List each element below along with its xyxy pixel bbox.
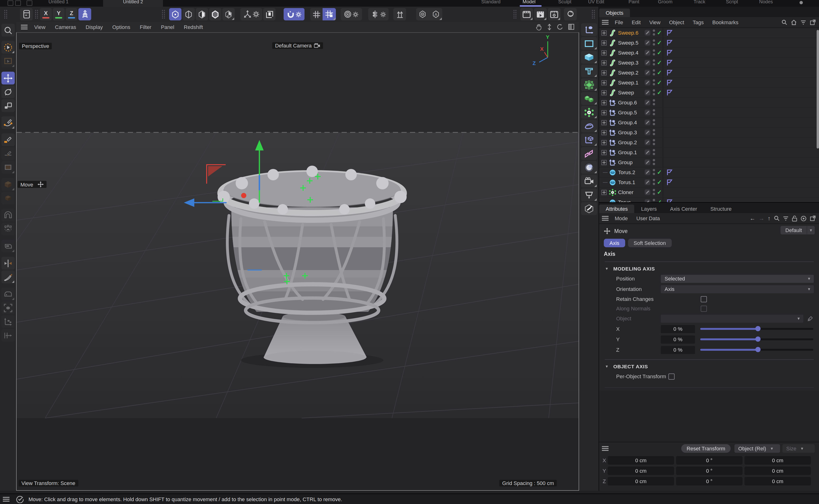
object-name[interactable]: Sweep.2 [618, 70, 639, 75]
visibility-dots[interactable] [653, 179, 655, 186]
attributes-menu-mode[interactable]: Mode [610, 215, 632, 221]
object-name[interactable]: Group.3 [618, 130, 637, 135]
objects-menu-tags[interactable]: Tags [688, 19, 708, 25]
render-settings-button[interactable] [548, 8, 560, 20]
viewport-menu-options[interactable]: Options [108, 24, 135, 30]
deformer-button[interactable] [581, 120, 597, 132]
render-to-picture-viewer-button[interactable] [534, 8, 547, 20]
object-row[interactable]: Sweep✓ [599, 88, 819, 98]
new-doc-icon[interactable] [8, 0, 13, 6]
edit-toggle-icon[interactable] [645, 30, 650, 36]
cube-primitive-alt-tool-button[interactable] [1, 192, 15, 205]
center-axis-tool-button[interactable] [1, 301, 15, 314]
size-mode-dropdown[interactable]: Size ▼ [782, 444, 815, 453]
edit-toggle-icon[interactable] [645, 40, 650, 46]
object-row[interactable]: Group.4 [599, 118, 819, 128]
undock-icon[interactable] [810, 215, 816, 221]
expand-icon[interactable] [601, 80, 606, 85]
group-object-icon[interactable] [609, 99, 616, 106]
spline-smooth-tool-button[interactable] [1, 147, 15, 160]
object-row[interactable]: Sweep.4✓ [599, 48, 819, 58]
objects-menu-view[interactable]: View [645, 19, 665, 25]
view-type-label[interactable]: Perspective [19, 43, 52, 49]
visibility-dots[interactable] [653, 99, 655, 106]
position-input[interactable]: 0 cm [607, 456, 674, 464]
visibility-dots[interactable] [653, 139, 655, 146]
viewport-menu-filter[interactable]: Filter [135, 24, 156, 30]
enable-snap-button[interactable] [284, 8, 305, 20]
workspace-tab-nodes[interactable]: Nodes [759, 0, 773, 4]
lock-open-icon[interactable] [792, 215, 797, 221]
cloner-object-icon[interactable] [609, 189, 616, 196]
arch-tool-button[interactable] [1, 209, 15, 222]
cloner-object-button[interactable] [581, 106, 597, 119]
retain-changes-checkbox[interactable] [701, 296, 707, 302]
grid-toggle-button[interactable] [310, 8, 323, 20]
objects-menu-file[interactable]: File [610, 19, 627, 25]
attributes-menu-user-data[interactable]: User Data [632, 215, 664, 221]
primitive-cube-button[interactable] [581, 51, 597, 64]
history-forward-icon[interactable]: → [759, 215, 764, 222]
render-view-button[interactable] [520, 8, 533, 20]
edit-toggle-icon[interactable] [645, 130, 650, 135]
object-name[interactable]: Sweep.1 [618, 80, 639, 85]
viewport-menu-hamburger-icon[interactable] [21, 25, 28, 29]
object-axis-section-header[interactable]: ▾ OBJECT AXIS [599, 362, 819, 371]
group-object-icon[interactable] [609, 159, 616, 166]
zoom-tool-button[interactable] [1, 24, 15, 37]
workspace-tab-script[interactable]: Script [726, 0, 738, 4]
object-name[interactable]: Group.6 [618, 100, 637, 105]
tag-icon[interactable] [666, 69, 673, 76]
visibility-dots[interactable] [653, 119, 655, 126]
visibility-dots[interactable] [653, 169, 655, 176]
deformed-editing-button[interactable]: A [429, 8, 442, 20]
sky-object-button[interactable] [581, 161, 597, 174]
iron-tool-button[interactable] [1, 288, 15, 300]
tag-icon[interactable] [666, 169, 673, 176]
live-selection-tool-button[interactable] [1, 41, 15, 54]
object-name[interactable]: Cloner [618, 189, 634, 195]
doc-tab-active[interactable]: Untitled 2 [103, 0, 163, 7]
position-input[interactable]: 0 cm [607, 466, 674, 475]
enabled-check-icon[interactable]: ✓ [657, 199, 662, 203]
rotate-view-icon[interactable] [557, 24, 563, 30]
tag-icon[interactable] [666, 179, 673, 186]
percent-input[interactable]: 0 % [661, 325, 695, 333]
percent-input[interactable]: 0 % [661, 335, 695, 343]
mograph-field-button[interactable] [581, 78, 597, 91]
workspace-tab-model[interactable]: Model [522, 0, 536, 4]
object-list-scrollbar[interactable] [817, 30, 819, 149]
tab-layers[interactable]: Layers [635, 205, 664, 213]
workspace-tab-groom[interactable]: Groom [658, 0, 673, 4]
percent-slider[interactable] [700, 328, 813, 330]
statusbar-hamburger-icon[interactable] [3, 497, 9, 502]
lock-x-axis-button[interactable]: X [40, 8, 52, 20]
objects-menu-bookmarks[interactable]: Bookmarks [708, 19, 743, 25]
sweep-object-icon[interactable] [609, 59, 616, 66]
symmetry-button[interactable] [368, 8, 389, 20]
user-avatar-dot[interactable] [800, 1, 803, 4]
expand-icon[interactable] [601, 110, 606, 115]
object-name[interactable]: Torus.2 [618, 169, 635, 175]
visibility-dots[interactable] [653, 39, 655, 46]
visibility-dots[interactable] [653, 89, 655, 96]
enabled-check-icon[interactable]: ✓ [657, 39, 662, 46]
object-row[interactable]: Sweep.1✓ [599, 78, 819, 88]
camera-object-button[interactable] [581, 175, 597, 187]
toolbar-drag-handle[interactable] [35, 9, 38, 19]
sweep-object-icon[interactable] [609, 79, 616, 86]
null-object-button[interactable] [581, 23, 597, 36]
instance-button[interactable] [581, 147, 597, 160]
object-row[interactable]: Group.3 [599, 128, 819, 138]
tab-structure[interactable]: Structure [704, 205, 738, 213]
object-row[interactable]: Group.2 [599, 138, 819, 148]
torus-object-icon[interactable] [609, 179, 616, 186]
edit-toggle-icon[interactable] [645, 149, 650, 155]
expand-icon[interactable] [601, 150, 606, 155]
group-object-icon[interactable] [609, 119, 616, 126]
visibility-dots[interactable] [653, 149, 655, 156]
enabled-check-icon[interactable]: ✓ [657, 89, 662, 96]
object-name[interactable]: Group.5 [618, 110, 637, 115]
toggle-view-layout-icon[interactable] [568, 24, 574, 30]
stage-object-button[interactable] [581, 188, 597, 201]
